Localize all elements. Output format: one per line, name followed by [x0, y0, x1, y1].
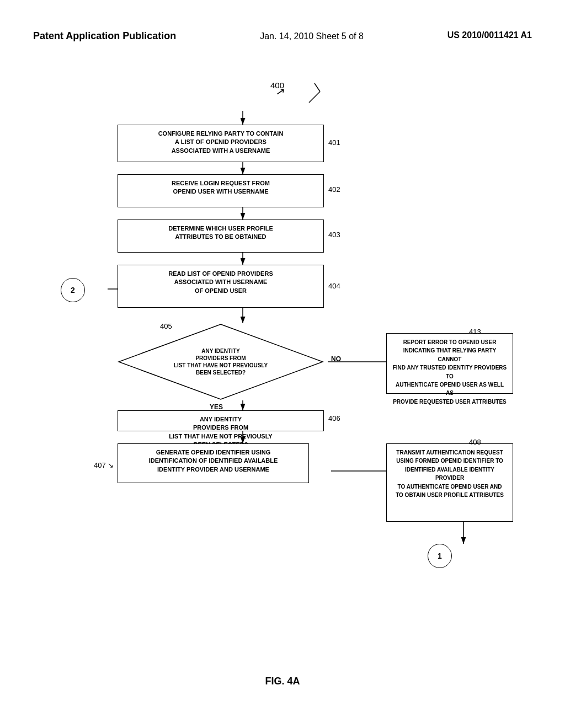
label-403: 403 [328, 231, 340, 239]
page-header: Patent Application Publication Jan. 14, … [0, 0, 565, 53]
box-407: GENERATE OPENID IDENTIFIER USING IDENTIF… [118, 443, 309, 483]
box-402: RECEIVE LOGIN REQUEST FROM OPENID USER W… [118, 174, 324, 207]
svg-line-1 [315, 83, 320, 92]
box-406: ANY IDENTITY PROVIDERS FROM LIST THAT HA… [118, 410, 324, 431]
label-408: 408 [469, 438, 481, 446]
label-401: 401 [328, 138, 340, 147]
box-404: READ LIST OF OPENID PROVIDERS ASSOCIATED… [118, 265, 324, 308]
patent-page: Patent Application Publication Jan. 14, … [0, 0, 565, 728]
label-407: 407 ↘ [94, 461, 114, 469]
start-indicator: ↗ [275, 84, 286, 99]
publication-title: Patent Application Publication [33, 30, 176, 42]
label-404: 404 [328, 282, 340, 290]
box-401: CONFIGURE RELYING PARTY TO CONTAIN A LIS… [118, 125, 324, 162]
yes-label: YES [210, 403, 223, 411]
label-405: 405 [160, 322, 172, 330]
label-406: 406 [328, 414, 340, 422]
circle-2: 2 [61, 278, 85, 302]
diamond-405: ANY IDENTITY PROVIDERS FROM LIST THAT HA… [118, 323, 324, 400]
circle-1: 1 [428, 544, 452, 568]
box-403: DETERMINE WHICH USER PROFILE ATTRIBUTES … [118, 220, 324, 253]
box-413: REPORT ERROR TO OPENID USER INDICATING T… [386, 333, 513, 394]
box-408: TRANSMIT AUTHENTICATION REQUEST USING FO… [386, 443, 513, 522]
svg-line-2 [309, 92, 320, 103]
diagram-area: 400 ↗ CONFIGURE RELYING PARTY TO CONTAIN… [0, 53, 565, 704]
no-label: NO [331, 355, 341, 363]
label-402: 402 [328, 185, 340, 194]
figure-caption: FIG. 4A [265, 676, 300, 687]
label-413: 413 [469, 328, 481, 336]
publication-number: US 2010/0011421 A1 [447, 30, 532, 40]
publication-date-sheet: Jan. 14, 2010 Sheet 5 of 8 [260, 30, 364, 41]
